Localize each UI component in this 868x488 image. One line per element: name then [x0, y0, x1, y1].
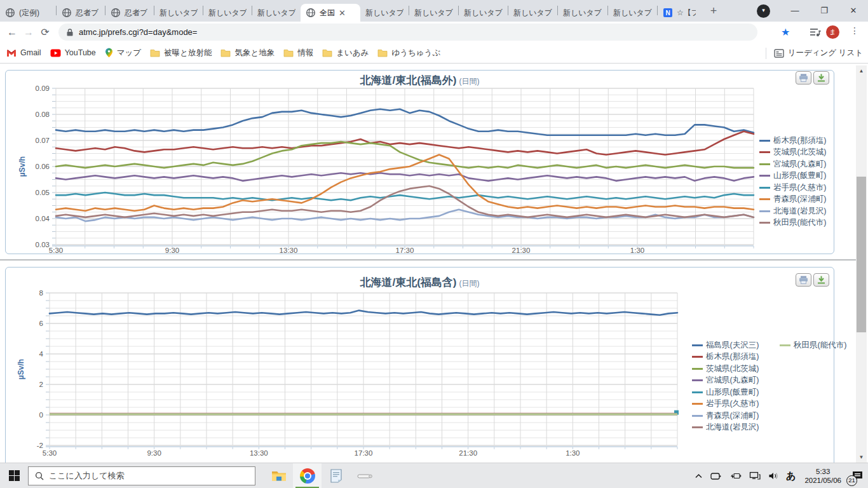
- legend-item[interactable]: 宮城県(丸森町): [759, 158, 826, 170]
- chart-canvas: 0.030.040.050.060.070.080.095:309:3013:3…: [6, 71, 834, 254]
- tab[interactable]: 新しいタブ: [459, 4, 508, 22]
- svg-text:1:30: 1:30: [630, 247, 644, 254]
- tab[interactable]: 新しいタブ: [409, 4, 458, 22]
- battery-icon[interactable]: [729, 472, 742, 480]
- legend-swatch: [759, 222, 770, 224]
- tab[interactable]: N☆【プレ: [658, 4, 701, 22]
- scrollbar-up-icon[interactable]: ▲: [856, 65, 867, 76]
- divider: [0, 259, 856, 261]
- bookmark-star-icon[interactable]: ★: [781, 26, 790, 38]
- bookmark-item[interactable]: ゆうちゅうぶ: [377, 48, 440, 58]
- svg-text:0.09: 0.09: [36, 85, 50, 92]
- legend-label: 秋田県(能代市): [794, 340, 846, 351]
- tab[interactable]: 新しいタブ: [360, 4, 409, 22]
- taskbar-file-explorer-button[interactable]: [264, 463, 293, 488]
- legend-swatch: [692, 426, 703, 428]
- tab[interactable]: (定例): [0, 4, 56, 22]
- legend-item[interactable]: 茨城県(北茨城): [759, 147, 826, 159]
- tray-expand-chevron-icon[interactable]: [695, 473, 703, 479]
- bookmark-item[interactable]: Gmail: [6, 48, 41, 57]
- new-tab-button[interactable]: +: [705, 3, 722, 20]
- svg-text:4: 4: [39, 350, 44, 358]
- legend-label: 栃木県(那須塩): [706, 351, 759, 362]
- legend-item[interactable]: 北海道(岩見沢): [692, 422, 759, 434]
- legend-item[interactable]: 岩手県(久慈市): [692, 398, 759, 410]
- scrollbar-down-icon[interactable]: ▼: [856, 452, 867, 463]
- legend-label: 青森県(深浦町): [773, 194, 826, 205]
- legend-item[interactable]: 北海道(岩見沢): [759, 205, 826, 217]
- notepad-icon: [330, 469, 342, 483]
- bookmark-item[interactable]: YouTube: [50, 48, 96, 57]
- ime-indicator[interactable]: あ: [786, 470, 796, 482]
- tab[interactable]: 新しいタブ: [508, 4, 557, 22]
- taskbar-pen-app-button[interactable]: [350, 463, 379, 488]
- tab[interactable]: 新しいタブ: [203, 4, 252, 22]
- reload-icon[interactable]: ⟳: [37, 26, 53, 38]
- reading-list-icon: [774, 49, 784, 58]
- scrollbar-thumb[interactable]: [857, 177, 866, 332]
- start-button[interactable]: [0, 463, 28, 488]
- tab[interactable]: 新しいタブ: [608, 4, 657, 22]
- svg-text:13:30: 13:30: [280, 247, 298, 254]
- taskbar-notepad-button[interactable]: [322, 463, 350, 488]
- tab-active[interactable]: 全国✕: [301, 4, 360, 22]
- browser-menu-icon[interactable]: ⋮: [850, 25, 859, 36]
- window-close-button[interactable]: ✕: [839, 0, 868, 21]
- legend-item[interactable]: 宮城県(丸森町): [692, 375, 759, 387]
- network-icon[interactable]: [749, 471, 761, 480]
- legend-label: 山形県(飯豊町): [773, 170, 826, 181]
- svg-text:5:30: 5:30: [43, 449, 57, 457]
- taskbar-chrome-button[interactable]: [293, 463, 322, 488]
- taskbar-search-input[interactable]: ここに入力して検索: [28, 466, 255, 485]
- window-maximize-button[interactable]: ❐: [810, 0, 839, 21]
- lock-icon: [66, 28, 74, 37]
- legend-item[interactable]: 秋田県(能代市): [759, 217, 826, 229]
- folder-icon: [150, 48, 160, 57]
- bookmark-item[interactable]: まいあみ: [322, 48, 369, 58]
- back-icon[interactable]: ←: [4, 27, 20, 38]
- tab[interactable]: 新しいタブ: [558, 4, 607, 22]
- tab[interactable]: 新しいタブ: [154, 4, 203, 22]
- legend-item[interactable]: 栃木県(那須塩): [759, 135, 826, 147]
- legend-item[interactable]: 秋田県(能代市): [780, 339, 846, 351]
- svg-text:2: 2: [39, 381, 43, 388]
- legend-item[interactable]: 山形県(飯豊町): [692, 386, 759, 398]
- tab-label: 忍者ブ: [125, 8, 147, 18]
- taskbar-clock[interactable]: 5:33 2021/05/06: [804, 467, 841, 485]
- bookmark-item[interactable]: 被曝と放射能: [150, 48, 212, 58]
- bookmark-item[interactable]: 気象と地象: [220, 48, 275, 58]
- tab[interactable]: 忍者ブ: [105, 4, 154, 22]
- legend-label: 秋田県(能代市): [773, 217, 826, 228]
- divider: [766, 48, 766, 59]
- media-controls-icon[interactable]: [810, 27, 821, 37]
- profile-avatar[interactable]: ま: [826, 25, 839, 39]
- tab-close-icon[interactable]: ✕: [339, 8, 346, 18]
- file-explorer-icon: [271, 470, 287, 482]
- notification-center-button[interactable]: 21: [846, 463, 868, 488]
- legend-label: 北海道(岩見沢): [706, 422, 759, 433]
- legend-item[interactable]: 茨城県(北茨城): [692, 363, 759, 375]
- globe-favicon-icon: [62, 8, 72, 18]
- forward-icon[interactable]: →: [20, 27, 37, 38]
- camera-icon[interactable]: [710, 472, 721, 480]
- windows-logo-icon: [9, 470, 20, 481]
- legend-item[interactable]: 栃木県(那須塩): [692, 351, 759, 363]
- address-bar[interactable]: atmc.jp/prefs.cgi?d=day&mode=: [58, 24, 757, 41]
- window-minimize-button[interactable]: —: [780, 0, 810, 21]
- tab[interactable]: 新しいタブ: [252, 4, 301, 22]
- legend-item[interactable]: 福島県(夫沢三): [692, 339, 759, 351]
- legend-item[interactable]: 岩手県(久慈市): [759, 182, 826, 194]
- legend-item[interactable]: 山形県(飯豊町): [759, 170, 826, 182]
- tab-search-icon[interactable]: ▾: [757, 4, 770, 18]
- notification-count-badge: 21: [846, 475, 857, 486]
- legend-item[interactable]: 青森県(深浦町): [692, 410, 759, 422]
- page-scrollbar[interactable]: ▲ ▼: [856, 65, 867, 463]
- bookmark-item[interactable]: 情報: [283, 48, 313, 58]
- bookmark-item[interactable]: マップ: [105, 48, 141, 58]
- legend-item[interactable]: 青森県(深浦町): [759, 194, 826, 206]
- reading-list-button[interactable]: リーディング リスト: [766, 43, 863, 64]
- chrome-icon: [300, 468, 315, 484]
- volume-icon[interactable]: [768, 471, 778, 480]
- svg-text:0.03: 0.03: [36, 241, 50, 248]
- tab[interactable]: 忍者ブ: [57, 4, 105, 22]
